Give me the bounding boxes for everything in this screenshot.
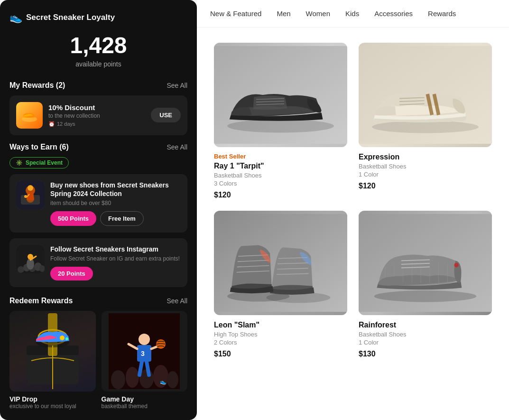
special-event-badge: ✳️ Special Event [9, 157, 69, 168]
product-type-3: High Top Shoes [214, 331, 347, 338]
earn-name-2: Follow Secret Sneakers Instagram [50, 245, 181, 253]
reward-info-1: 10% Discount to the new collection ⏰ 12 … [48, 103, 145, 127]
svg-point-9 [18, 266, 24, 273]
redeem-grid: VIP Drop exclusive to our most loyal [9, 311, 187, 410]
my-rewards-title: My Rewards (2) [9, 81, 65, 90]
earn-points-button-2[interactable]: 20 Points [50, 267, 93, 280]
earn-card-1: Buy new shoes from Secret Sneakers Sprin… [9, 174, 187, 233]
reward-card-1: 10% Discount to the new collection ⏰ 12 … [9, 95, 187, 135]
product-badge-1: Best Seller [214, 153, 347, 160]
logo-icon: 👟 [9, 11, 22, 24]
svg-point-26 [126, 367, 139, 388]
earn-thumb-2 [16, 245, 45, 273]
nav-item-men[interactable]: Men [277, 8, 290, 19]
earn-points-button-1[interactable]: 500 Points [50, 211, 96, 226]
product-colors-1: 3 Colors [214, 180, 347, 187]
product-card-2[interactable]: Expression Basketball Shoes 1 Color $120 [353, 37, 498, 205]
points-label: available points [9, 60, 187, 68]
earn-desc-2: Follow Secret Sneaker on IG and earn ext… [50, 255, 181, 262]
product-price-3: $150 [214, 350, 347, 358]
svg-text:👟: 👟 [160, 378, 167, 385]
ways-to-earn-see-all[interactable]: See All [167, 143, 187, 151]
reward-thumb-1 [16, 102, 43, 129]
nav-item-accessories[interactable]: Accessories [374, 8, 413, 19]
svg-point-29 [167, 371, 178, 388]
product-name-4: Rainforest [359, 321, 492, 329]
redeem-rewards-title: Redeem Rewards [9, 297, 73, 305]
redeem-label-2: Game Day [102, 395, 188, 403]
product-name-1: Ray 1 "Tarpit" [214, 162, 347, 170]
product-card-3[interactable]: Leon "Slam" High Top Shoes 2 Colors $150 [208, 205, 353, 364]
nav-item-rewards[interactable]: Rewards [428, 8, 456, 19]
svg-text:3: 3 [141, 350, 145, 357]
my-rewards-header: My Rewards (2) See All [9, 81, 187, 90]
product-card-4[interactable]: Rainforest Basketball Shoes 1 Color $130 [353, 205, 498, 364]
svg-line-36 [139, 362, 142, 375]
nav-item-women[interactable]: Women [306, 8, 330, 19]
product-price-1: $120 [214, 191, 347, 199]
redeem-image-1 [9, 311, 96, 392]
product-colors-3: 2 Colors [214, 339, 347, 346]
ways-to-earn-header: Ways to Earn (6) See All [9, 143, 187, 151]
svg-point-30 [139, 334, 150, 345]
redeem-card-2[interactable]: 3 👟 [102, 311, 188, 410]
redeem-sublabel-1: exclusive to our most loyal [9, 403, 96, 410]
product-image-4 [359, 211, 492, 315]
product-image-1 [214, 43, 347, 147]
redeem-rewards-see-all[interactable]: See All [167, 297, 187, 305]
svg-point-5 [28, 185, 33, 191]
earn-actions-2: 20 Points [50, 267, 181, 280]
earn-thumb-1 [16, 181, 45, 209]
earn-info-1: Buy new shoes from Secret Sneakers Sprin… [50, 181, 181, 226]
ways-to-earn-section: Ways to Earn (6) See All ✳️ Special Even… [9, 143, 187, 288]
sidebar: 👟 Secret Sneaker Loyalty 1,428 available… [0, 0, 197, 420]
svg-point-7 [24, 195, 27, 198]
product-price-2: $120 [359, 182, 492, 190]
points-section: 1,428 available points [9, 33, 187, 68]
earn-name-1: Buy new shoes from Secret Sneakers Sprin… [50, 181, 181, 198]
main-content: New & Featured Men Women Kids Accessorie… [197, 0, 509, 420]
redeem-image-2: 3 👟 [102, 311, 188, 392]
earn-actions-1: 500 Points Free Item [50, 211, 181, 226]
product-colors-2: 1 Color [359, 171, 492, 178]
earn-desc-1: item should be over $80 [50, 200, 181, 206]
svg-line-37 [147, 362, 149, 375]
redeem-card-1[interactable]: VIP Drop exclusive to our most loyal [9, 311, 96, 410]
product-name-3: Leon "Slam" [214, 321, 347, 329]
redeem-sublabel-2: basketball themed [102, 403, 188, 410]
svg-point-45 [372, 121, 479, 133]
svg-point-40 [227, 120, 334, 133]
sidebar-header: 👟 Secret Sneaker Loyalty [9, 11, 187, 24]
product-type-4: Basketball Shoes [359, 331, 492, 338]
redeem-rewards-header: Redeem Rewards See All [9, 297, 187, 305]
sparkle-icon: ✳️ [16, 159, 23, 166]
product-type-1: Basketball Shoes [214, 172, 347, 179]
product-type-2: Basketball Shoes [359, 163, 492, 170]
product-image-2 [359, 43, 492, 147]
my-rewards-see-all[interactable]: See All [167, 82, 187, 89]
use-reward-button[interactable]: USE [151, 108, 181, 122]
product-grid: Best Seller Ray 1 "Tarpit" Basketball Sh… [197, 28, 509, 373]
earn-card-2: Follow Secret Sneakers Instagram Follow … [9, 238, 187, 287]
redeem-label-1: VIP Drop [9, 395, 96, 403]
svg-point-73 [454, 263, 458, 267]
earn-info-2: Follow Secret Sneakers Instagram Follow … [50, 245, 181, 280]
product-colors-4: 1 Color [359, 339, 492, 346]
svg-point-22 [60, 336, 65, 340]
reward-expiry-1: ⏰ 12 days [48, 121, 145, 127]
product-card-1[interactable]: Best Seller Ray 1 "Tarpit" Basketball Sh… [208, 37, 353, 205]
product-image-3 [214, 211, 347, 315]
points-value: 1,428 [9, 33, 187, 58]
redeem-rewards-section: Redeem Rewards See All [9, 297, 187, 410]
nav-item-kids[interactable]: Kids [345, 8, 359, 19]
top-nav: New & Featured Men Women Kids Accessorie… [197, 0, 509, 28]
reward-desc-1: to the new collection [48, 112, 145, 119]
product-name-2: Expression [359, 153, 492, 161]
svg-point-25 [111, 370, 125, 389]
reward-name-1: 10% Discount [48, 103, 145, 112]
clock-icon: ⏰ [48, 121, 55, 127]
ways-to-earn-title: Ways to Earn (6) [9, 143, 69, 151]
nav-item-new-featured[interactable]: New & Featured [210, 8, 261, 19]
earn-free-item-button-1[interactable]: Free Item [100, 211, 144, 226]
svg-point-23 [65, 337, 68, 340]
